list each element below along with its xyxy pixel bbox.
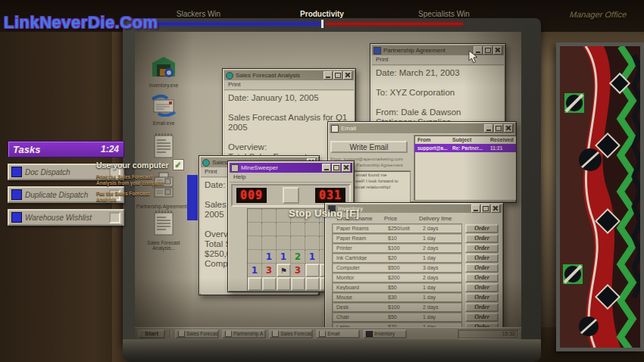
order-button[interactable]: Order (465, 273, 499, 282)
product-box: Computer $500 3 days (332, 263, 462, 273)
close-button[interactable] (504, 124, 513, 133)
mine-cell[interactable] (262, 209, 277, 223)
maximize-button[interactable] (332, 164, 341, 172)
mine-cell[interactable]: 1 (305, 250, 320, 264)
taskbar-window-icon (178, 330, 185, 337)
taskbar-window-button[interactable]: Sales Forecas (175, 329, 219, 339)
mine-cell[interactable] (305, 264, 320, 277)
mine-cell[interactable] (262, 223, 277, 236)
order-button[interactable]: Order (465, 234, 499, 243)
taskbar[interactable]: Start Sales Forecas Partnership A (135, 327, 521, 339)
product-delivery: 1 day (423, 236, 461, 241)
inventory-rows: Paper Reams $250/unit 2 days Order Paper… (327, 223, 502, 332)
product-box: Chair $50 1 day (332, 312, 462, 322)
mine-cell[interactable] (291, 223, 305, 236)
order-button[interactable]: Order (465, 313, 499, 322)
mine-cell[interactable] (291, 236, 305, 250)
mine-cell[interactable]: 2 (291, 250, 305, 264)
mine-cell[interactable] (291, 277, 305, 291)
mine-cell[interactable]: 3 (291, 264, 305, 277)
taskbar-window-button[interactable]: Sales Forecas (269, 329, 313, 339)
maximize-button[interactable] (494, 124, 503, 133)
mine-cell[interactable]: ⚑ (277, 264, 291, 277)
computer-screen[interactable]: Inventory.exe Email.exe (135, 32, 521, 339)
mine-cell[interactable] (248, 250, 262, 264)
menu-print[interactable]: Print (224, 80, 354, 90)
maximize-button[interactable] (483, 46, 492, 55)
close-button[interactable] (493, 46, 502, 55)
smiley-reset-button[interactable] (283, 187, 299, 204)
title-bar[interactable]: Sales Forecast Analysis (224, 70, 354, 80)
order-button[interactable]: Order (465, 293, 499, 302)
taskbar-window-button[interactable]: Partnership A (222, 329, 266, 339)
mine-cell[interactable] (305, 236, 320, 250)
mine-cell[interactable] (262, 236, 277, 250)
minimize-button[interactable] (322, 164, 331, 172)
mine-cell[interactable] (305, 277, 320, 291)
mine-cell[interactable] (277, 236, 291, 250)
mine-cell[interactable]: 1 (248, 264, 262, 277)
order-button[interactable]: Order (465, 264, 499, 273)
inbox-row-selected[interactable]: support@a... Re: Partner... 11:21 (414, 144, 517, 152)
minesweeper-board[interactable]: 1121113⚑3 (247, 208, 335, 292)
product-delivery: 3 days (423, 265, 461, 270)
mine-cell[interactable] (277, 223, 291, 236)
col-price: Price (384, 215, 419, 222)
maximize-button[interactable] (481, 204, 490, 213)
maximize-button[interactable] (333, 71, 342, 80)
write-email-button[interactable]: Write Email (330, 141, 408, 153)
product-delivery: 1 day (423, 255, 461, 261)
window-partnership-agreement[interactable]: Partnership Agreement Print Date: March … (370, 43, 506, 126)
close-button[interactable] (342, 164, 351, 172)
title-bar[interactable]: Email (330, 123, 514, 133)
taskbar-window-label: Sales Forecas (186, 331, 218, 336)
order-button[interactable]: Order (465, 254, 499, 263)
objective-title: Use your computer (96, 161, 169, 170)
window-inventory[interactable]: Inventory Product name Price Delivery ti… (324, 202, 504, 333)
mine-cell[interactable] (277, 277, 291, 291)
minimize-button[interactable] (471, 204, 480, 213)
inventory-row: Printer $100 2 days Order (327, 243, 502, 253)
window-title: Sales Forecast Analysis (236, 72, 321, 79)
mine-cell[interactable] (248, 236, 262, 250)
desktop-icon-document-3[interactable]: Sales Forecast Analysis... (136, 209, 191, 251)
window-email[interactable]: Email Write Email From: support@apexmark… (327, 121, 517, 203)
taskbar-window-button[interactable]: Inventory (363, 329, 407, 339)
product-box: Printer $100 2 days (332, 243, 462, 253)
mine-cell[interactable]: 1 (277, 250, 291, 264)
product-delivery: 2 days (423, 245, 461, 251)
title-bar[interactable]: Partnership Agreement (372, 45, 504, 55)
desktop-icon-email[interactable]: Email.exe (136, 94, 191, 126)
email-inbox-list[interactable]: From Subject Received support@a... Re: P… (414, 135, 517, 201)
close-button[interactable] (491, 204, 500, 213)
task-checkbox[interactable] (109, 212, 120, 223)
mine-cell[interactable]: 3 (262, 264, 277, 277)
product-box: Keyboard $50 1 day (332, 282, 462, 292)
mine-cell[interactable]: 1 (262, 250, 277, 264)
order-button[interactable]: Order (465, 244, 499, 253)
close-button[interactable] (343, 71, 352, 80)
menu-print[interactable]: Print (372, 55, 504, 65)
task-chip-icon (11, 189, 22, 200)
taskbar-window-button[interactable]: Email (316, 329, 360, 339)
desktop-icon-document-1[interactable] (136, 132, 191, 163)
minimize-button[interactable] (324, 71, 333, 80)
hud-label-specialists: Specialists Win (406, 10, 482, 18)
window-title: Partnership Agreement (383, 47, 471, 54)
desktop-icon-inventory[interactable]: Inventory.exe (136, 56, 191, 88)
mine-cell[interactable] (248, 223, 262, 236)
title-bar[interactable]: MineSweeper (230, 163, 352, 173)
task-item[interactable]: Warehouse Wishlist (8, 209, 124, 226)
tasks-timer: 1:24 (101, 144, 119, 154)
menu-help[interactable]: Help (230, 173, 352, 183)
order-button[interactable]: Order (465, 283, 499, 292)
mine-cell[interactable] (262, 277, 277, 291)
mine-cell[interactable] (305, 223, 320, 236)
mine-cell[interactable] (248, 277, 262, 291)
mine-cell[interactable] (248, 209, 262, 223)
product-delivery: 1 day (423, 314, 461, 320)
start-button[interactable]: Start (138, 329, 165, 339)
minimize-button[interactable] (484, 124, 493, 133)
order-button[interactable]: Order (465, 224, 499, 233)
order-button[interactable]: Order (465, 303, 499, 312)
